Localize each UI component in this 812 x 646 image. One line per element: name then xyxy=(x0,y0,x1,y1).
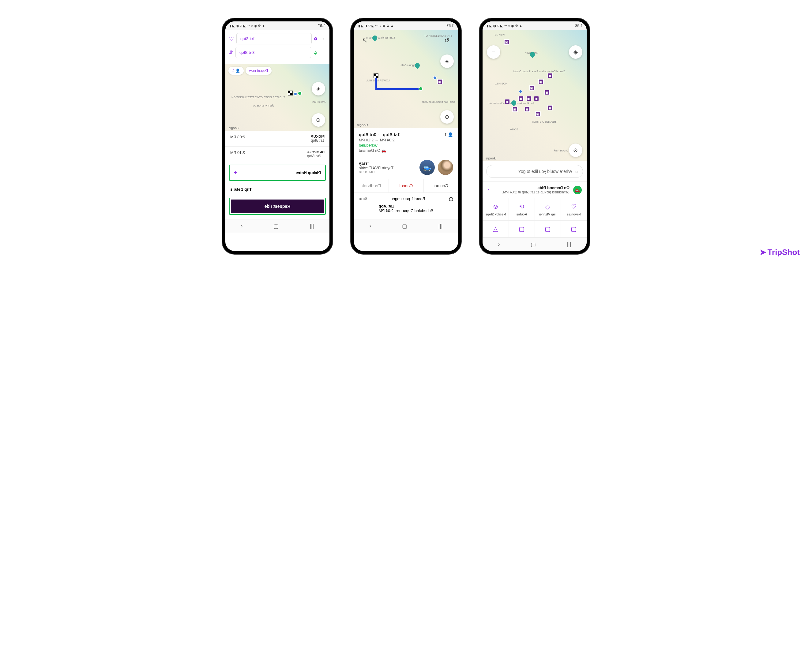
map-label: Oracle Park xyxy=(554,149,568,152)
map[interactable]: FINANCIAL DISTRICT Dragon's Gate LOWER N… xyxy=(354,30,458,128)
search-placeholder: Where would you like to go? xyxy=(518,169,572,174)
nav-item-7[interactable]: ▢ xyxy=(508,221,534,238)
request-ride-button[interactable]: Request ride xyxy=(231,200,324,213)
search-input[interactable]: ⌕ Where would you like to go? xyxy=(486,165,583,178)
status-bar: 1:57 ▲ ⚙ ◉ ○ ⋯ ◢ ▽ ◐ ◢ ▮ xyxy=(225,21,330,30)
nav-grid: ♡ Favorites ◇ Trip Planner ⟳ Routes ⊚ Ne… xyxy=(482,198,587,238)
back-button[interactable]: ‹ xyxy=(369,223,371,229)
bus-pin-icon[interactable]: ▣ xyxy=(535,111,541,117)
map-label: San Fran Museum of Mode xyxy=(433,101,455,104)
home-button[interactable]: ▢ xyxy=(531,241,536,248)
refresh-icon: ↻ xyxy=(444,37,450,44)
nav-item-6[interactable]: ▢ xyxy=(534,221,561,238)
phone-request-ride: 1:57 ▲ ⚙ ◉ ○ ⋯ ◢ ▽ ◐ ◢ ▮ ← 1st Stop ♡ ⬙ … xyxy=(222,18,333,254)
license-plate: O6H7P9I8 xyxy=(359,170,417,174)
phone-home: 1:58 ▲ ⚙ ◉ ○ ⋯ ◢ ▽ ◐ ◢ ▮ PIER 39 Coit To… xyxy=(479,18,590,254)
origin-input[interactable]: 1st Stop xyxy=(237,33,312,44)
ride-card[interactable]: 🚗 On Demand Ride Scheduled pickup at 1st… xyxy=(482,181,587,198)
passenger-chip[interactable]: 👤1 xyxy=(228,67,244,75)
nav-item-8[interactable]: △ xyxy=(482,221,508,238)
destination-input[interactable]: 3rd Stop xyxy=(235,47,311,58)
tripshot-logo: ➤ TripShot xyxy=(760,248,800,257)
bus-pin-icon[interactable]: ▣ xyxy=(548,105,553,110)
favorite-button[interactable]: ♡ xyxy=(229,35,234,42)
locate-button[interactable]: ⊙ xyxy=(569,143,582,157)
recent-apps-button[interactable]: ||| xyxy=(567,241,571,248)
bus-pin-icon[interactable]: ▣ xyxy=(544,90,550,95)
trip-title: 1st Stop → 3rd Stop xyxy=(359,132,444,137)
poi-pin-icon[interactable] xyxy=(510,99,517,107)
bus-pin-icon[interactable]: ▣ xyxy=(526,96,531,101)
map-label: San Francisco xyxy=(253,104,274,107)
bus-pin-icon[interactable]: ▣ xyxy=(525,107,530,112)
map[interactable]: Depart now 👤1 San Francisco Oracle Park … xyxy=(225,64,330,131)
pin-icon: ⊚ xyxy=(492,203,500,210)
google-attribution: Google xyxy=(357,123,368,127)
poi-pin-icon[interactable] xyxy=(414,62,421,69)
person-icon: 👤 xyxy=(235,69,240,73)
home-button[interactable]: ▢ xyxy=(402,223,408,230)
locate-icon: ⊙ xyxy=(445,114,449,120)
home-button[interactable]: ▢ xyxy=(274,223,279,230)
share-icon: ↗ xyxy=(362,37,368,44)
layers-button[interactable]: ◈ xyxy=(312,82,325,96)
dropoff-location: 3rd Stop xyxy=(307,154,325,158)
user-location-dot xyxy=(433,76,437,79)
back-button[interactable]: ‹ xyxy=(498,241,500,248)
layers-button[interactable]: ◈ xyxy=(569,45,582,59)
bus-pin-icon[interactable]: ▣ xyxy=(534,96,539,101)
trip-details-button[interactable]: Trip Details xyxy=(225,183,330,195)
bus-pin-icon[interactable]: ▣ xyxy=(548,73,553,78)
recent-apps-button[interactable]: ||| xyxy=(310,223,314,229)
back-button[interactable]: ← xyxy=(320,35,326,42)
bus-pin-icon[interactable]: ▣ xyxy=(538,79,544,84)
depart-time-chip[interactable]: Depart now xyxy=(246,67,272,75)
map-label: THEATER DISTRICT xyxy=(259,96,285,99)
nav-favorites[interactable]: ♡ Favorites xyxy=(561,198,587,221)
bus-pin-icon[interactable]: ▣ xyxy=(504,39,510,45)
google-attribution: Google xyxy=(485,156,496,160)
nav-trip-planner[interactable]: ◇ Trip Planner xyxy=(534,198,561,221)
search-icon: ⌕ xyxy=(575,169,578,174)
back-button[interactable]: ‹ xyxy=(241,223,243,229)
bus-pin-icon[interactable]: ▣ xyxy=(529,85,534,91)
bus-pin-icon[interactable]: ▣ xyxy=(505,99,510,104)
bus-pin-icon[interactable]: ▣ xyxy=(512,107,518,112)
poi-pin-icon[interactable] xyxy=(371,35,379,42)
vehicle-avatar[interactable]: 🚙 xyxy=(420,160,435,175)
route-start-dot xyxy=(298,91,302,96)
cancel-button[interactable]: Cancel xyxy=(389,179,423,192)
car-icon: 🚗 xyxy=(573,186,582,194)
map-label: SOMA xyxy=(510,128,518,131)
menu-button[interactable]: ≡ xyxy=(487,45,500,59)
swap-button[interactable]: ⇅ xyxy=(229,50,233,55)
refresh-button[interactable]: ↻ xyxy=(440,34,454,47)
contact-button[interactable]: Contact xyxy=(423,179,458,192)
person-icon: 👤 xyxy=(448,132,453,137)
layers-icon: ◈ xyxy=(316,85,321,92)
icon: ▢ xyxy=(544,225,552,233)
driver-avatar[interactable] xyxy=(438,160,453,175)
locate-button[interactable]: ⊙ xyxy=(312,113,325,127)
share-button[interactable]: ↗ xyxy=(358,34,372,47)
recent-apps-button[interactable]: ||| xyxy=(438,223,443,229)
bus-pin-icon[interactable]: ▣ xyxy=(518,96,524,101)
locate-button[interactable]: ⊙ xyxy=(440,110,454,123)
feedback-button[interactable]: Feedback xyxy=(354,179,389,192)
nav-item-5[interactable]: ▢ xyxy=(561,221,587,238)
stop-inputs: ← 1st Stop ♡ ⬙ 3rd Stop ⇅ xyxy=(225,30,330,64)
nav-routes[interactable]: ⟳ Routes xyxy=(508,198,534,221)
map-label: NOB HILL xyxy=(495,82,507,85)
nav-nearby-stops[interactable]: ⊚ Nearby Stops xyxy=(482,198,508,221)
pickup-notes-button[interactable]: Pickup Notes + xyxy=(229,165,326,181)
map[interactable]: PIER 39 Coit Tower NOB HILL Central Emba… xyxy=(482,30,587,161)
summary-panel: PICKUP 1st Stop 2:03 PM DROPOFF 3rd Stop… xyxy=(225,131,330,219)
layers-button[interactable]: ◈ xyxy=(440,55,454,68)
home-panel: ⌕ Where would you like to go? 🚗 On Deman… xyxy=(482,161,587,238)
brand-name: TripShot xyxy=(768,248,800,257)
android-nav-bar: ||| ▢ ‹ xyxy=(354,219,458,233)
pickup-notes-label: Pickup Notes xyxy=(296,171,321,175)
bus-pin-icon[interactable]: ▣ xyxy=(437,79,443,84)
phone-trip-detail: 1:57 ▲ ⚙ ◉ ○ ⋯ ◢ ▽ ◐ ◢ ▮ FINANCIAL DISTR… xyxy=(351,18,461,254)
status-icons: ▲ ⚙ ◉ ○ ⋯ ◢ ▽ ◐ ◢ ▮ xyxy=(487,24,522,28)
